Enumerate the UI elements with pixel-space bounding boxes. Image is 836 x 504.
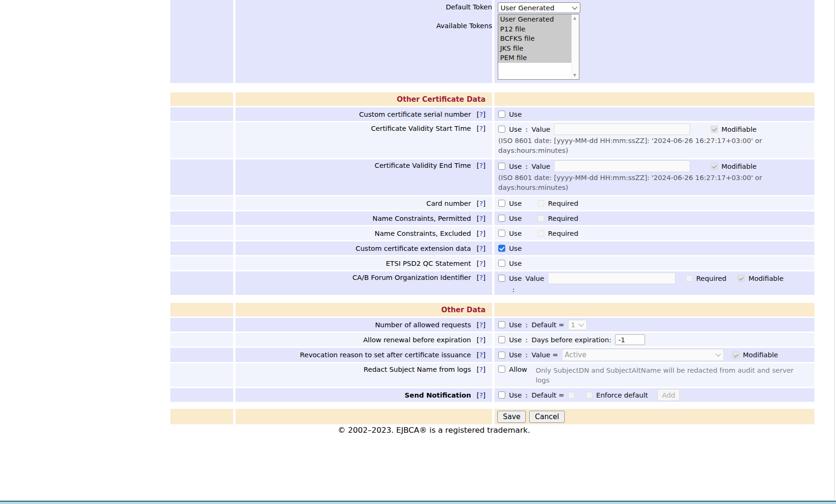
required-checkbox (686, 275, 692, 282)
use-checkbox[interactable] (498, 391, 505, 399)
use-label: Use (509, 126, 522, 133)
modifiable-checkbox (732, 352, 739, 359)
row-send-notification: Send Notification [?] Use : Default = En… (170, 388, 815, 402)
scroll-down-icon[interactable]: ▼ (573, 74, 576, 77)
chevron-down-icon (572, 4, 577, 9)
use-checkbox[interactable] (498, 111, 505, 118)
row-label: Name Constraints, Excluded (375, 230, 471, 237)
help-link[interactable]: [?] (477, 260, 486, 267)
use-checkbox[interactable] (498, 245, 505, 252)
required-label: Required (548, 200, 578, 207)
scroll-up-icon[interactable]: ▲ (573, 16, 576, 20)
enforce-default-label: Enforce default (596, 391, 648, 399)
required-checkbox (538, 230, 544, 237)
help-link[interactable]: [?] (477, 336, 486, 344)
default-notification-checkbox (568, 392, 575, 399)
days-before-expiration-input[interactable] (615, 334, 645, 345)
chevron-down-icon (578, 321, 584, 326)
required-label: Required (696, 275, 727, 282)
row-label: Redact Subject Name from logs (364, 366, 471, 373)
row-label: Revocation reason to set after certifica… (300, 351, 471, 359)
help-link[interactable]: [?] (477, 125, 486, 132)
help-link[interactable]: [?] (477, 162, 486, 169)
use-checkbox[interactable] (498, 336, 505, 343)
listbox-scrollbar[interactable]: ▲ ▼ (571, 15, 579, 79)
help-link[interactable]: [?] (477, 200, 486, 207)
modifiable-checkbox (711, 126, 718, 133)
colon: : (525, 163, 528, 170)
scrollbar-edge[interactable] (834, 0, 835, 500)
iso-date-note: (ISO 8601 date: [yyyy-MM-dd HH:mm:ssZZ]:… (498, 173, 814, 183)
row-cab-forum: CA/B Forum Organization Identifier [?] U… (170, 271, 815, 295)
row-custom-serial: Custom certificate serial number [?] Use (170, 107, 815, 121)
help-link[interactable]: [?] (477, 321, 486, 329)
use-checkbox[interactable] (498, 215, 505, 222)
row-revocation-reason: Revocation reason to set after certifica… (170, 348, 815, 362)
colon: : (512, 286, 515, 293)
allow-checkbox[interactable] (498, 366, 505, 373)
default-token-selected-value: User Generated (501, 4, 555, 12)
modifiable-checkbox (711, 163, 718, 170)
token-option[interactable]: BCFKS file (498, 34, 571, 44)
save-button[interactable]: Save (497, 411, 526, 423)
token-option[interactable]: JKS file (498, 44, 571, 53)
use-label: Use (509, 215, 522, 222)
validity-end-value-input (554, 160, 690, 172)
help-link[interactable]: [?] (477, 351, 486, 359)
use-checkbox[interactable] (498, 321, 505, 328)
colon: : (525, 351, 528, 359)
token-option[interactable]: PEM file (498, 53, 571, 63)
modifiable-label: Modifiable (722, 163, 757, 170)
add-notification-button: Add (657, 389, 680, 401)
revocation-reason-select: Active (562, 349, 724, 361)
cab-value-input (548, 272, 676, 284)
allowed-requests-select: 1 (568, 320, 587, 330)
help-link[interactable]: [?] (477, 230, 486, 237)
days-before-expiration-label: Days before expiration: (532, 336, 611, 344)
help-link[interactable]: [?] (477, 215, 486, 222)
colon: : (525, 126, 528, 133)
row-label: Card number (426, 200, 471, 207)
row-label: Send Notification (405, 391, 471, 399)
default-token-select[interactable]: User Generated (498, 2, 580, 13)
row-allowed-requests: Number of allowed requests [?] Use : Def… (170, 318, 815, 331)
use-label: Use (509, 111, 522, 118)
help-link[interactable]: [?] (477, 391, 486, 399)
cancel-button[interactable]: Cancel (529, 411, 564, 423)
row-label: Number of allowed requests (375, 321, 471, 329)
iso-date-note: days:hours:minutes) (498, 183, 814, 193)
value-label: Value (532, 163, 550, 170)
colon: : (525, 391, 528, 399)
row-nc-permitted: Name Constraints, Permitted [?] Use Requ… (170, 211, 815, 225)
row-custom-extension-data: Custom certificate extension data [?] Us… (170, 241, 815, 255)
token-option[interactable]: User Generated (498, 15, 571, 24)
use-checkbox[interactable] (498, 126, 505, 133)
row-label: Custom certificate serial number (359, 111, 471, 118)
use-checkbox[interactable] (498, 275, 505, 282)
use-checkbox[interactable] (498, 352, 505, 359)
use-label: Use (509, 230, 522, 237)
modifiable-label: Modifiable (722, 126, 757, 133)
help-link[interactable]: [?] (477, 366, 486, 373)
spacer-cell (170, 0, 233, 83)
use-checkbox[interactable] (498, 230, 505, 237)
help-link[interactable]: [?] (477, 245, 486, 252)
value-label: Value (525, 275, 544, 282)
row-allow-renewal: Allow renewal before expiration [?] Use … (170, 333, 815, 346)
row-label: ETSI PSD2 QC Statement (386, 260, 471, 267)
available-tokens-listbox[interactable]: User Generated P12 file BCFKS file JKS f… (498, 14, 579, 80)
row-label: Name Constraints, Permitted (372, 215, 471, 222)
use-checkbox[interactable] (498, 200, 505, 207)
value-equals-label: Value = (532, 351, 558, 359)
token-option[interactable]: P12 file (498, 24, 571, 34)
use-label: Use (509, 200, 522, 207)
help-link[interactable]: [?] (477, 274, 486, 281)
row-label: Allow renewal before expiration (363, 336, 471, 344)
row-label: CA/B Forum Organization Identifier (352, 274, 471, 281)
use-label: Use (509, 321, 522, 329)
use-checkbox[interactable] (498, 260, 505, 267)
use-checkbox[interactable] (498, 163, 505, 170)
use-label: Use (509, 351, 522, 359)
required-checkbox (538, 200, 544, 207)
help-link[interactable]: [?] (477, 111, 486, 118)
